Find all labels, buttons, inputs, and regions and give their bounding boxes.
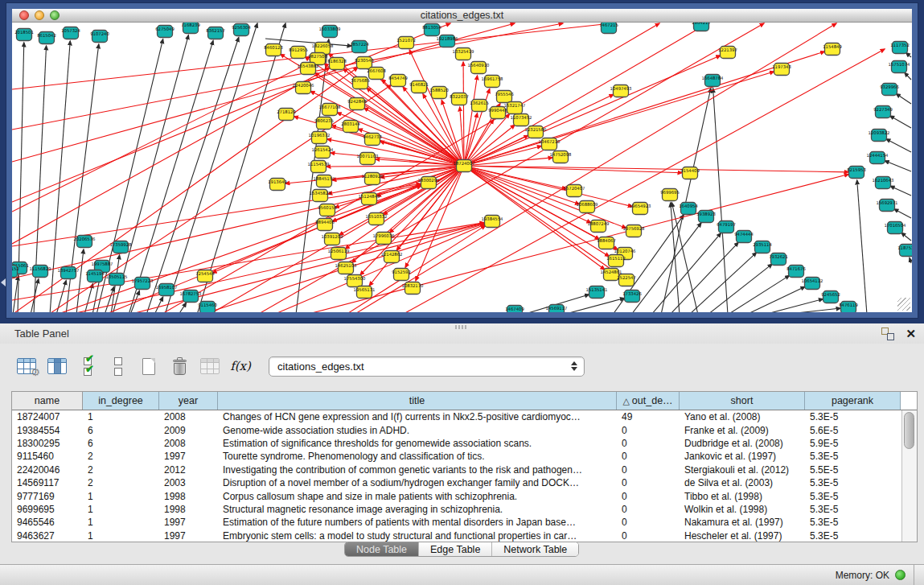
column-header-in_degree[interactable]: in_degree [83,392,159,410]
graph-node[interactable]: 15751074 [889,61,911,73]
graph-node[interactable]: 16033809 [319,26,341,38]
graph-node[interactable]: 16782753 [180,290,202,303]
graph-node[interactable]: 8813054 [422,24,441,36]
graph-node[interactable]: 1362615 [470,100,489,112]
graph-node[interactable]: 7932621 [769,253,788,266]
graph-node[interactable]: 1117352 [890,42,910,54]
graph-node[interactable]: 12506119 [328,248,350,260]
window-titlebar[interactable]: citations_edges.txt [12,9,912,23]
graph-node[interactable]: 3675685 [351,77,370,89]
graph-edge[interactable] [894,209,911,218]
graph-node[interactable]: 1467409 [505,306,524,313]
graph-edge[interactable] [782,308,840,312]
graph-node[interactable]: 10832170 [402,282,425,295]
graph-node[interactable]: 9154409 [680,167,700,179]
graph-node[interactable]: 17016504 [885,222,907,234]
graph-node[interactable]: 13467210 [539,138,561,150]
graph-node[interactable]: 19384554 [482,216,504,228]
graph-node[interactable]: 7857224 [350,41,369,53]
graph-node[interactable]: 1221397 [718,47,737,59]
column-visibility-icon[interactable] [45,354,69,378]
graph-node[interactable]: 17554300 [344,275,367,287]
graph-node[interactable]: 6275049 [155,26,175,38]
graph-edge[interactable] [105,286,114,312]
graph-node[interactable]: 9115460 [198,302,217,313]
graph-node[interactable]: 11073452 [511,114,532,126]
graph-node[interactable]: 15345823 [310,190,331,202]
graph-node[interactable]: 15135141 [586,286,608,299]
graph-node[interactable]: 1187533 [897,245,912,257]
graph-node[interactable]: 14569117 [546,305,568,313]
graph-node[interactable]: 9152592 [392,269,411,281]
graph-node[interactable]: 10391209 [322,233,343,245]
select-all-icon[interactable]: ✔ ✔ [76,354,100,378]
graph-node[interactable]: 8471676 [786,266,806,278]
graph-node[interactable]: 16961758 [482,76,504,88]
column-header-year[interactable]: year [159,392,218,410]
graph-node[interactable]: 9146821 [409,81,429,93]
graph-node[interactable]: 8476119 [839,302,858,313]
graph-node[interactable]: 1145194 [85,270,105,282]
graph-node[interactable]: 18807249 [588,220,610,233]
graph-node[interactable]: 9107240 [90,31,109,43]
table-row[interactable]: 1938455462009Genome-wide association stu… [12,423,917,436]
graph-node[interactable]: 14752098 [550,151,573,163]
float-panel-icon[interactable] [881,328,894,340]
graph-node[interactable]: 10196372 [309,132,331,144]
divider-handle[interactable] [455,325,466,329]
graph-edge[interactable] [886,139,911,152]
graph-node[interactable]: 10071103 [357,153,379,165]
graph-node[interactable]: 1154849 [823,43,842,56]
window-resize-grip[interactable] [897,298,910,311]
graph-node[interactable]: 12142862 [381,251,403,263]
graph-node[interactable]: 19756928 [623,225,646,237]
graph-node[interactable]: 9990448 [488,107,507,119]
graph-node[interactable]: 2964217 [692,23,711,31]
graph-node[interactable]: 10497493 [610,85,632,97]
graph-node[interactable]: 2522547 [617,274,636,286]
graph-node[interactable]: 18300295 [418,177,440,189]
graph-node[interactable]: 7467215 [599,23,618,34]
graph-node[interactable]: 10688609 [577,201,598,213]
table-row[interactable]: 946554611997Estimation of the future num… [12,516,917,529]
table-scrollbar-thumb[interactable] [904,412,914,449]
graph-edge[interactable] [563,299,624,312]
graph-node[interactable]: 19654923 [630,203,651,215]
deselect-all-icon[interactable] [106,354,130,378]
graph-node[interactable]: 8215953 [847,167,866,179]
graph-node[interactable]: 9474444 [734,231,754,243]
column-header-title[interactable]: title [218,392,617,410]
graph-node[interactable]: 6479197 [717,221,736,233]
graph-node[interactable]: 13325419 [453,48,474,60]
graph-node[interactable]: 15720407 [564,185,585,197]
graph-node[interactable]: 16958107 [156,284,178,296]
graph-node[interactable]: 1197343 [772,64,791,76]
graph-node[interactable]: 19218986 [437,35,459,47]
graph-edge[interactable] [464,166,580,204]
graph-node[interactable]: 18845157 [314,175,335,187]
graph-node[interactable]: 2718120 [277,109,296,121]
column-header-short[interactable]: short [680,392,805,410]
graph-node[interactable]: 1640954 [679,203,698,215]
graph-node[interactable]: 1588520 [429,87,449,99]
zoom-window-button[interactable] [50,10,60,20]
tab-network-table[interactable]: Network Table [492,542,578,556]
graph-node[interactable]: 16677108 [319,104,342,116]
graph-node[interactable]: 1057324 [61,27,80,39]
graph-edge[interactable] [154,297,163,312]
graph-node[interactable]: 14625103 [335,262,357,274]
graph-node[interactable]: 9806235 [314,117,334,130]
graph-edge[interactable] [197,23,285,312]
column-header-pagerank[interactable]: pagerank [805,392,901,410]
graph-node[interactable]: 8186328 [327,58,347,70]
table-selector-dropdown[interactable]: citations_edges.txt [269,356,585,377]
graph-edge[interactable] [464,166,848,172]
graph-node[interactable]: 7254544 [195,270,215,282]
graph-node[interactable]: 9699695 [660,189,680,201]
graph-node[interactable]: 1733426 [622,290,642,303]
graph-node[interactable]: 12444154 [867,152,889,164]
network-canvas[interactable]: 1872400718300295193845548460123891295518… [12,23,912,312]
graph-edge[interactable] [631,223,701,312]
graph-node[interactable]: 8362157 [206,27,225,39]
graph-node[interactable]: 9227349 [873,106,893,118]
